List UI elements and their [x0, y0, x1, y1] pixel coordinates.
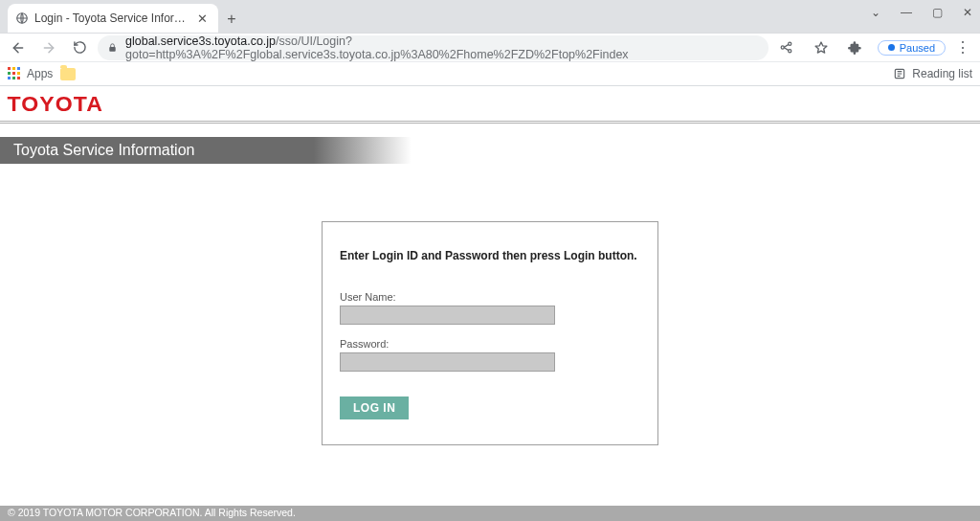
menu-icon[interactable]: ⋮: [955, 38, 970, 57]
chevron-down-icon[interactable]: ⌄: [869, 6, 882, 19]
apps-grid-icon: [8, 67, 21, 80]
window-close-icon[interactable]: ✕: [961, 6, 974, 19]
page-title-band: Toyota Service Information: [0, 137, 980, 164]
apps-shortcut[interactable]: Apps: [8, 67, 53, 80]
close-icon[interactable]: ✕: [195, 11, 209, 25]
minimize-icon[interactable]: —: [900, 6, 913, 19]
back-button[interactable]: [6, 35, 31, 60]
share-icon[interactable]: [774, 35, 799, 60]
username-label: User Name:: [340, 291, 640, 303]
browser-tab[interactable]: Login - Toyota Service Informatio ✕: [8, 4, 218, 33]
login-form: Enter Login ID and Password then press L…: [322, 221, 658, 445]
lock-icon: [107, 42, 118, 53]
password-input[interactable]: [340, 352, 555, 372]
reload-button[interactable]: [67, 35, 92, 60]
toyota-logo: TOYOTA: [8, 92, 103, 117]
reading-list-button[interactable]: Reading list: [893, 67, 972, 80]
tab-title: Login - Toyota Service Informatio: [34, 11, 189, 25]
svg-point-3: [789, 42, 791, 45]
extensions-icon[interactable]: [843, 35, 868, 60]
url-text: global.service3s.toyota.co.jp/sso/UI/Log…: [125, 34, 759, 61]
star-icon[interactable]: [809, 35, 834, 60]
footer: © 2019 TOYOTA MOTOR CORPORATION. All Rig…: [0, 506, 980, 521]
username-input[interactable]: [340, 306, 555, 325]
page-title: Toyota Service Information: [0, 142, 194, 159]
globe-icon: [15, 11, 29, 25]
login-instruction: Enter Login ID and Password then press L…: [340, 249, 640, 262]
maximize-icon[interactable]: ▢: [930, 6, 944, 19]
login-button[interactable]: LOG IN: [340, 396, 409, 419]
svg-point-4: [789, 50, 791, 53]
bookmark-folder[interactable]: [60, 68, 76, 80]
forward-button[interactable]: [36, 35, 61, 60]
tab-bar: Login - Toyota Service Informatio ✕ + ⌄ …: [0, 0, 980, 33]
toolbar: global.service3s.toyota.co.jp/sso/UI/Log…: [0, 33, 980, 61]
brand-header: TOYOTA: [0, 86, 980, 124]
address-bar[interactable]: global.service3s.toyota.co.jp/sso/UI/Log…: [98, 35, 768, 60]
password-label: Password:: [340, 338, 640, 350]
svg-rect-1: [109, 47, 115, 52]
new-tab-button[interactable]: +: [218, 6, 245, 33]
profile-paused-chip[interactable]: Paused: [878, 40, 946, 56]
svg-point-2: [781, 46, 784, 49]
profile-dot-icon: [888, 44, 895, 51]
bookmarks-bar: Apps Reading list: [0, 61, 980, 86]
